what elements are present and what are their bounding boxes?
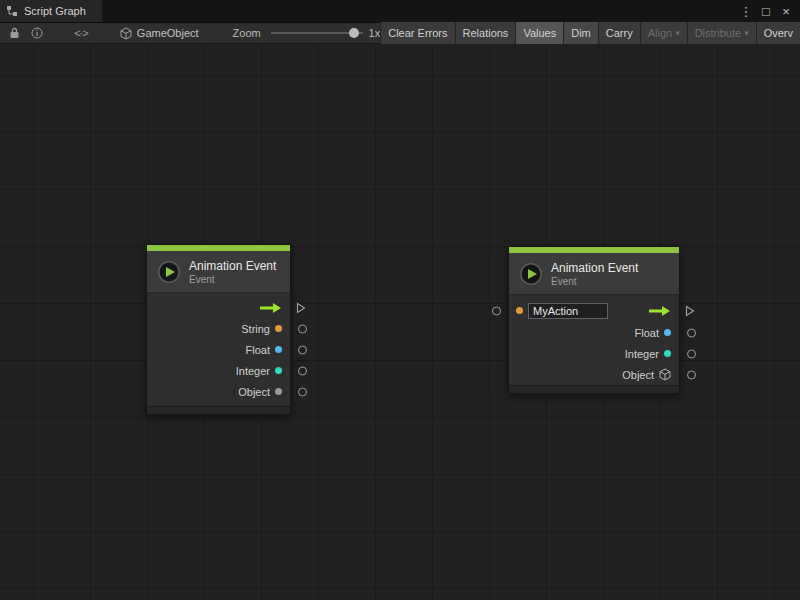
string-output-port[interactable] [298, 324, 307, 333]
float-type-dot [664, 329, 671, 336]
lock-icon[interactable] [4, 23, 26, 43]
node-animation-event-1[interactable]: Animation Event Event String [146, 244, 291, 415]
integer-output-port[interactable] [687, 349, 696, 358]
chevron-down-icon: ▾ [675, 28, 680, 38]
flow-output-port[interactable] [296, 302, 306, 314]
cube-icon [659, 368, 671, 381]
integer-output-port[interactable] [298, 366, 307, 375]
port-row-name-and-flow [509, 299, 679, 322]
node-header: Animation Event Event [509, 253, 679, 295]
object-output-port[interactable] [298, 387, 307, 396]
port-row-object: Object [509, 364, 679, 385]
carry-button[interactable]: Carry [598, 22, 640, 44]
node-subtitle: Event [189, 274, 276, 285]
node-title: Animation Event [189, 259, 276, 273]
flow-arrow-icon [649, 305, 671, 317]
port-row-string: String [147, 318, 290, 339]
string-type-dot [275, 325, 282, 332]
distribute-dropdown[interactable]: Distribute ▾ [687, 22, 756, 44]
tab-title: Script Graph [24, 5, 86, 17]
zoom-label: Zoom [233, 27, 261, 39]
code-icon[interactable]: <·> [70, 23, 92, 43]
float-output-port[interactable] [687, 328, 696, 337]
tab-script-graph[interactable]: Script Graph [0, 0, 102, 22]
dim-button[interactable]: Dim [563, 22, 598, 44]
integer-type-dot [275, 367, 282, 374]
event-play-icon [157, 260, 181, 284]
node-animation-event-2[interactable]: Animation Event Event [508, 246, 680, 394]
float-type-dot [275, 346, 282, 353]
gameobject-reference[interactable]: GameObject [120, 27, 199, 40]
close-icon[interactable]: × [778, 4, 794, 19]
object-type-dot [275, 388, 282, 395]
flow-output-port[interactable] [685, 305, 695, 317]
flow-arrow-icon [260, 302, 282, 314]
maximize-icon[interactable]: □ [758, 4, 774, 19]
port-row-integer: Integer [509, 343, 679, 364]
string-type-dot [516, 307, 523, 314]
clear-errors-button[interactable]: Clear Errors [380, 22, 454, 44]
node-body: Float Integer Object [509, 295, 679, 385]
node-footer [147, 406, 290, 414]
titlebar: Script Graph ⋮ □ × [0, 0, 800, 22]
port-row-float: Float [147, 339, 290, 360]
object-output-port[interactable] [687, 370, 696, 379]
script-graph-icon [6, 5, 18, 17]
relations-button[interactable]: Relations [455, 22, 516, 44]
gameobject-icon [120, 27, 132, 40]
zoom-slider-handle[interactable] [349, 28, 359, 38]
chevron-down-icon: ▾ [744, 28, 749, 38]
window-controls: ⋮ □ × [738, 0, 800, 22]
node-title: Animation Event [551, 261, 638, 275]
node-body: String Float Integer Object [147, 293, 290, 406]
action-name-field[interactable] [528, 303, 608, 319]
graph-canvas[interactable]: Animation Event Event String [0, 44, 800, 600]
port-row-flow [147, 297, 290, 318]
port-row-object: Object [147, 381, 290, 402]
align-dropdown[interactable]: Align ▾ [640, 22, 687, 44]
toolbar-buttons: Clear Errors Relations Values Dim Carry … [380, 22, 800, 44]
name-input-port[interactable] [492, 306, 501, 315]
gameobject-label: GameObject [137, 27, 199, 39]
info-icon[interactable] [26, 23, 48, 43]
overview-button[interactable]: Overv [756, 22, 800, 44]
graph-toolbar: <·> GameObject Zoom 1x Clear Errors Rela… [0, 22, 800, 44]
node-header: Animation Event Event [147, 251, 290, 293]
event-play-icon [519, 262, 543, 286]
node-footer [509, 385, 679, 393]
menu-icon[interactable]: ⋮ [738, 4, 754, 19]
zoom-value: 1x [369, 27, 381, 39]
float-output-port[interactable] [298, 345, 307, 354]
port-row-float: Float [509, 322, 679, 343]
node-subtitle: Event [551, 276, 638, 287]
zoom-slider[interactable] [271, 28, 363, 38]
script-graph-window: Script Graph ⋮ □ × <·> [0, 0, 800, 600]
port-row-integer: Integer [147, 360, 290, 381]
integer-type-dot [664, 350, 671, 357]
values-button[interactable]: Values [515, 22, 563, 44]
